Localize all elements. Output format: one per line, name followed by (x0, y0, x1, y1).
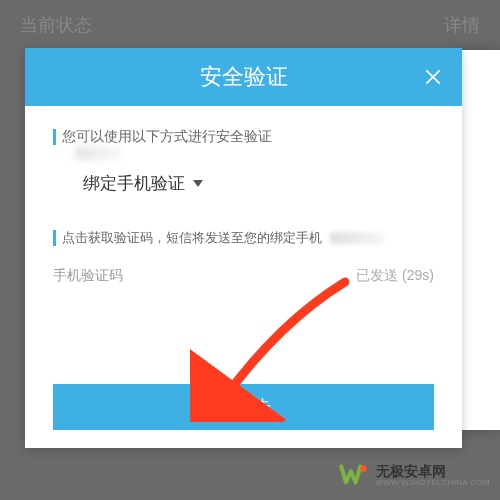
watermark-logo-icon (338, 460, 370, 492)
security-verification-modal: 安全验证 您可以使用以下方式进行安全验证 绑定手机验证 点击获取验证码，短信将发… (25, 48, 462, 448)
dropdown-label: 绑定手机验证 (83, 172, 185, 195)
modal-title: 安全验证 (200, 62, 288, 92)
close-icon (423, 67, 443, 87)
chevron-down-icon (193, 180, 203, 187)
redacted-code (75, 146, 123, 160)
accent-bar-icon (53, 129, 56, 145)
watermark-text: 无极安卓网 WWW.WJHOTELCHINA.COM (376, 464, 490, 488)
next-button-label: 下一步 (217, 395, 271, 419)
info-text-1: 您可以使用以下方式进行安全验证 (62, 128, 272, 146)
bg-right-label: 详情 (444, 13, 480, 37)
watermark: 无极安卓网 WWW.WJHOTELCHINA.COM (338, 460, 490, 492)
background-header: 当前状态 详情 (0, 0, 500, 50)
next-button[interactable]: 下一步 (53, 384, 434, 430)
sms-code-input-row[interactable]: 手机验证码 已发送 (29s) (53, 257, 434, 295)
info-text-2: 点击获取验证码，短信将发送至您的绑定手机 (62, 229, 322, 247)
modal-header: 安全验证 (25, 48, 462, 106)
accent-bar-icon (53, 230, 56, 246)
watermark-url: WWW.WJHOTELCHINA.COM (376, 479, 490, 488)
redacted-phone (330, 232, 385, 244)
verification-info-1: 您可以使用以下方式进行安全验证 (53, 128, 434, 146)
svg-point-3 (360, 466, 366, 472)
countdown-badge: 已发送 (29s) (356, 267, 434, 285)
modal-body: 您可以使用以下方式进行安全验证 绑定手机验证 点击获取验证码，短信将发送至您的绑… (25, 106, 462, 448)
watermark-name: 无极安卓网 (376, 464, 490, 479)
sms-code-label: 手机验证码 (53, 267, 123, 285)
background-right-column (460, 50, 500, 430)
close-button[interactable] (420, 64, 446, 90)
bg-left-label: 当前状态 (20, 13, 92, 37)
verification-info-2: 点击获取验证码，短信将发送至您的绑定手机 (53, 229, 434, 247)
verification-method-dropdown[interactable]: 绑定手机验证 (83, 172, 434, 195)
